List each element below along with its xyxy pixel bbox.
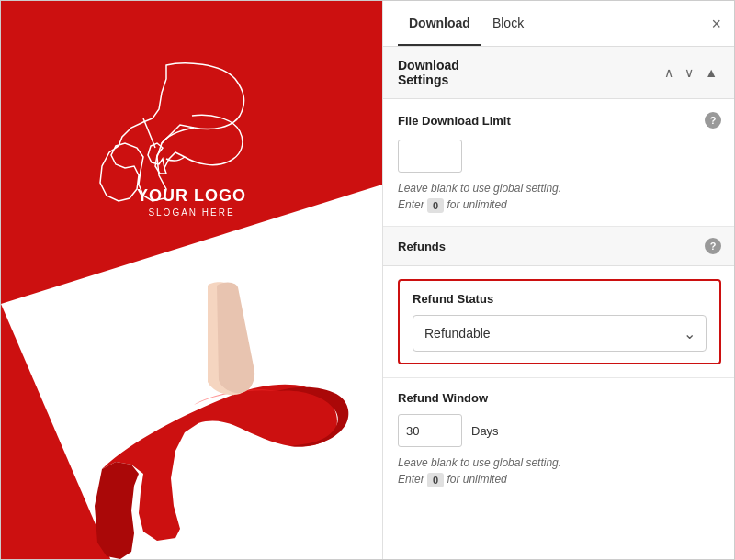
refund-window-title: Refund Window (398, 391, 721, 405)
refund-window-section: Refund Window Days Leave blank to use gl… (383, 377, 735, 500)
refund-status-label: Refund Status (413, 292, 707, 306)
tab-download[interactable]: Download (398, 1, 481, 46)
right-settings-panel: Download Block × DownloadSettings ∧ ∨ ▲ … (382, 1, 735, 560)
refund-window-hint: Leave blank to use global setting. Enter… (398, 454, 721, 487)
file-download-limit-help-icon[interactable]: ? (705, 112, 721, 129)
collapse-down-button[interactable]: ∨ (681, 63, 697, 82)
tab-block[interactable]: Block (481, 1, 535, 46)
refund-status-select-wrapper: Refundable Non-Refundable Use Global ⌄ (413, 315, 707, 352)
logo-area: YOUR LOGO SLOGAN HERE (137, 111, 247, 218)
download-settings-header: DownloadSettings ∧ ∨ ▲ (383, 47, 735, 99)
logo-text: YOUR LOGO (137, 186, 247, 206)
logo-slogan: SLOGAN HERE (137, 207, 247, 218)
file-download-limit-hint: Leave blank to use global setting. Enter… (398, 180, 721, 213)
refunds-title: Refunds (398, 240, 446, 253)
refund-window-input-row: Days (398, 414, 721, 447)
file-download-limit-title: File Download Limit (398, 114, 511, 128)
refund-status-select[interactable]: Refundable Non-Refundable Use Global (413, 315, 707, 352)
expand-button[interactable]: ▲ (701, 63, 721, 82)
logo-shoe-icon (137, 111, 247, 175)
refunds-section-header: Refunds ? (383, 227, 735, 266)
file-download-limit-section: File Download Limit ? Leave blank to use… (383, 99, 735, 227)
collapse-up-button[interactable]: ∧ (661, 63, 677, 82)
file-download-limit-header: File Download Limit ? (398, 112, 721, 129)
refund-window-zero-badge: 0 (427, 473, 444, 487)
tabs-bar: Download Block × (383, 1, 735, 47)
file-download-limit-input[interactable] (398, 140, 462, 173)
layout-svg (1, 1, 382, 560)
close-button[interactable]: × (711, 16, 721, 32)
days-label: Days (471, 424, 499, 438)
unlimited-zero-badge: 0 (427, 198, 444, 213)
refund-window-input[interactable] (398, 414, 462, 447)
download-settings-title: DownloadSettings (398, 58, 661, 87)
left-preview-panel: YOUR LOGO SLOGAN HERE (1, 1, 382, 560)
refunds-help-icon[interactable]: ? (705, 238, 721, 254)
refund-status-box: Refund Status Refundable Non-Refundable … (398, 279, 721, 364)
